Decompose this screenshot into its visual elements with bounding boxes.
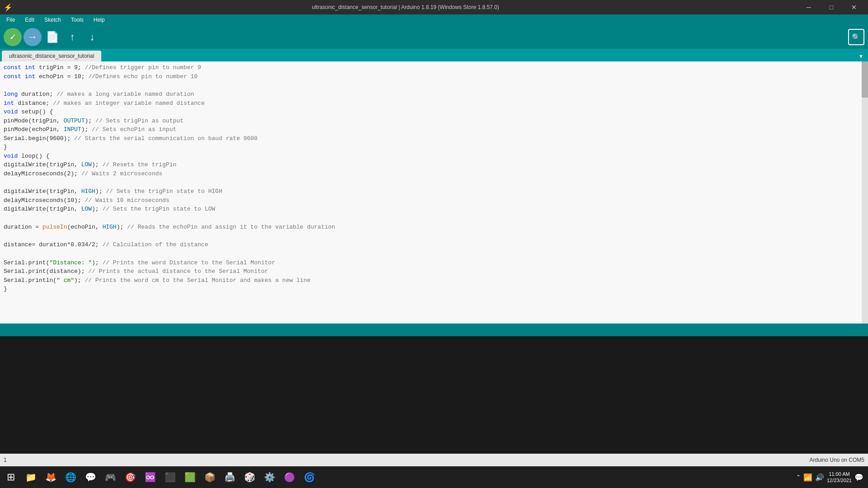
tray-network[interactable]: 📶 <box>803 473 812 482</box>
taskbar-chrome[interactable]: 🌐 <box>61 467 80 487</box>
serial-monitor-button[interactable]: 🔍 <box>848 29 864 45</box>
code-line-17: digitalWrite(trigPin, LOW); // Sets the … <box>4 205 864 214</box>
code-line-21: distance= duration*0.034/2; // Calculati… <box>4 240 864 249</box>
code-line-2: const int echoPin = 10; //Defines echo p… <box>4 72 864 81</box>
code-line-13: delayMicroseconds(2); // Waits 2 microse… <box>4 169 864 178</box>
taskbar-fluent[interactable]: 📦 <box>200 467 220 487</box>
taskbar-vex[interactable]: ⚙️ <box>259 467 279 487</box>
taskbar-explorer[interactable]: 📁 <box>21 467 41 487</box>
clock-time: 11:00 AM <box>827 471 852 477</box>
status-bar: 1 Arduino Uno on COM5 <box>0 454 868 466</box>
save-button[interactable]: ↓ <box>83 28 101 46</box>
status-line: 1 <box>4 457 7 463</box>
code-line-24: Serial.print(distance); // Prints the ac… <box>4 267 864 276</box>
code-line-26: } <box>4 285 864 294</box>
taskbar-steam[interactable]: 🎮 <box>100 467 120 487</box>
menu-bar: File Edit Sketch Tools Help <box>0 14 868 25</box>
code-line-6: void setup() { <box>4 108 864 117</box>
code-line-19: duration = pulseIn(echoPin, HIGH); // Re… <box>4 223 864 232</box>
windows-taskbar: ⊞ 📁 🦊 🌐 💬 🎮 🎯 ♾️ ⬛ 🟩 📦 🖨️ 🎲 ⚙️ 🟣 🌀 ⌃ 📶 🔊… <box>0 466 868 488</box>
maximize-button[interactable]: □ <box>821 0 842 14</box>
clock-display[interactable]: 11:00 AM 12/23/2021 <box>827 471 852 484</box>
taskbar-epic[interactable]: 🎯 <box>120 467 140 487</box>
output-area <box>0 336 868 454</box>
taskbar-app2[interactable]: 🌀 <box>299 467 319 487</box>
taskbar-multimc[interactable]: 🎲 <box>240 467 259 487</box>
code-line-10: } <box>4 143 864 152</box>
title-bar-controls: ─ □ ✕ <box>798 0 864 14</box>
taskbar-obs[interactable]: ⬛ <box>160 467 180 487</box>
code-line-12: digitalWrite(trigPin, LOW); // Resets th… <box>4 160 864 169</box>
system-tray: ⌃ 📶 🔊 11:00 AM 12/23/2021 💬 <box>796 471 867 484</box>
taskbar-curse[interactable]: ♾️ <box>140 467 160 487</box>
new-button[interactable]: 📄 <box>43 28 61 46</box>
tab-bar: ultrasonic_distance_sensor_tutorial ▾ <box>0 49 868 61</box>
code-line-1: const int trigPin = 9; //Defines trigger… <box>4 63 864 72</box>
tray-expand[interactable]: ⌃ <box>796 474 801 480</box>
minimize-button[interactable]: ─ <box>798 0 819 14</box>
verify-button[interactable]: ✓ <box>4 28 22 46</box>
bottom-divider <box>0 324 868 336</box>
start-button[interactable]: ⊞ <box>1 467 21 487</box>
menu-help[interactable]: Help <box>89 16 109 24</box>
title-bar-icon: ⚡ <box>4 3 13 12</box>
code-line-11: void loop() { <box>4 152 864 161</box>
code-line-5: int distance; // makes an integer variab… <box>4 99 864 108</box>
tray-notification[interactable]: 💬 <box>854 473 863 482</box>
menu-edit[interactable]: Edit <box>20 16 39 24</box>
upload-button[interactable]: → <box>24 28 42 46</box>
editor-scrollbar[interactable] <box>862 61 868 324</box>
tray-volume[interactable]: 🔊 <box>815 473 824 482</box>
menu-tools[interactable]: Tools <box>66 16 88 24</box>
title-bar: ⚡ ultrasonic_distance_sensor_tutorial | … <box>0 0 868 14</box>
clock-date: 12/23/2021 <box>827 477 852 483</box>
open-button[interactable]: ↑ <box>63 28 81 46</box>
tab-label: ultrasonic_distance_sensor_tutorial <box>9 53 94 59</box>
title-bar-title: ultrasonic_distance_sensor_tutorial | Ar… <box>13 4 798 10</box>
taskbar-discord[interactable]: 💬 <box>80 467 100 487</box>
scroll-thumb[interactable] <box>862 61 868 98</box>
close-button[interactable]: ✕ <box>844 0 864 14</box>
tab-dropdown[interactable]: ▾ <box>855 51 866 61</box>
menu-sketch[interactable]: Sketch <box>40 16 66 24</box>
taskbar-minecraft[interactable]: 🟩 <box>180 467 200 487</box>
code-line-9: Serial.begin(9600); // Starts the serial… <box>4 134 864 143</box>
code-line-7: pinMode(trigPin, OUTPUT); // Sets trigPi… <box>4 117 864 126</box>
taskbar-app1[interactable]: 🟣 <box>279 467 299 487</box>
editor-tab[interactable]: ultrasonic_distance_sensor_tutorial <box>2 51 101 61</box>
code-line-16: delayMicroseconds(10); // Waits 10 micro… <box>4 196 864 205</box>
code-line-8: pinMode(echoPin, INPUT); // Sets echoPin… <box>4 125 864 134</box>
taskbar-firefox[interactable]: 🦊 <box>41 467 61 487</box>
code-line-23: Serial.print("Distance: "); // Prints th… <box>4 258 864 267</box>
code-line-25: Serial.println(" cm"); // Prints the wor… <box>4 276 864 285</box>
code-line-4: long duration; // makes a long variable … <box>4 90 864 99</box>
taskbar-cura[interactable]: 🖨️ <box>220 467 240 487</box>
status-board: Arduino Uno on COM5 <box>810 457 864 463</box>
menu-file[interactable]: File <box>2 16 19 24</box>
code-line-15: digitalWrite(trigPin, HIGH); // Sets the… <box>4 187 864 196</box>
code-editor[interactable]: const int trigPin = 9; //Defines trigger… <box>0 61 868 324</box>
toolbar: ✓ → 📄 ↑ ↓ 🔍 <box>0 25 868 49</box>
